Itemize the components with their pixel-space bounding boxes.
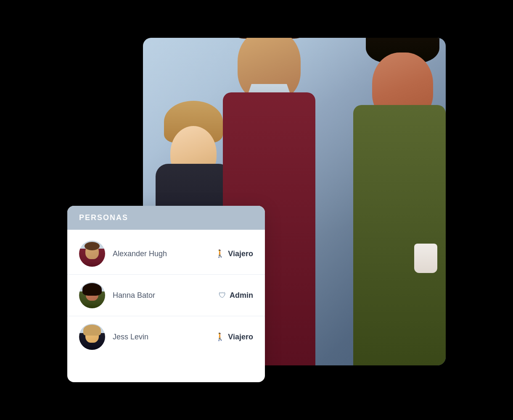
persona-role: 🚶 Viajero xyxy=(215,249,253,258)
table-row[interactable]: Alexander Hugh 🚶 Viajero xyxy=(67,233,265,275)
persona-role: 🚶 Viajero xyxy=(215,332,253,341)
table-row[interactable]: Jess Levin 🚶 Viajero xyxy=(67,316,265,357)
role-label: Viajero xyxy=(228,333,253,341)
personas-title: PERSONAS xyxy=(79,213,128,222)
avatar xyxy=(79,241,105,267)
persona-name: Jess Levin xyxy=(113,333,208,341)
avatar xyxy=(79,324,105,350)
shield-icon: 🛡 xyxy=(219,291,226,300)
persona-name: Hanna Bator xyxy=(113,291,211,300)
person-walking-icon: 🚶 xyxy=(215,332,225,341)
scene: PERSONAS Alexander Hugh 🚶 Viajero Hanna … xyxy=(67,38,446,382)
personas-card: PERSONAS Alexander Hugh 🚶 Viajero Hanna … xyxy=(67,206,265,382)
avatar xyxy=(79,282,105,308)
person-walking-icon: 🚶 xyxy=(215,249,225,258)
personas-list: Alexander Hugh 🚶 Viajero Hanna Bator 🛡 A… xyxy=(67,230,265,361)
persona-role: 🛡 Admin xyxy=(219,291,253,300)
role-label: Viajero xyxy=(228,249,253,258)
personas-header: PERSONAS xyxy=(67,206,265,230)
table-row[interactable]: Hanna Bator 🛡 Admin xyxy=(67,275,265,316)
role-label: Admin xyxy=(230,291,253,300)
persona-name: Alexander Hugh xyxy=(113,249,208,258)
